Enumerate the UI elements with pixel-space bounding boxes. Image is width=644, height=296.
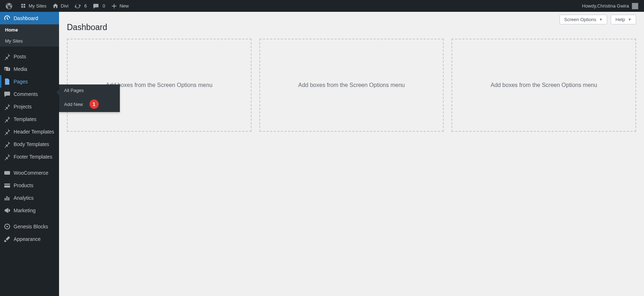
site-link[interactable]: Divi [49, 0, 72, 12]
screen-controls: Screen Options ▼ Help ▼ [560, 15, 636, 24]
sidebar-item-woocommerce[interactable]: WooCommerce [0, 166, 59, 179]
sidebar-item-label: Dashboard [14, 15, 55, 21]
screen-options-label: Screen Options [564, 17, 596, 22]
sidebar-item-label: Analytics [14, 195, 55, 201]
sidebar-item-label: Genesis Blocks [14, 224, 55, 229]
comment-icon [4, 91, 11, 98]
sidebar-sub-home[interactable]: Home [0, 24, 59, 35]
media-icon [4, 65, 11, 73]
pin-icon [4, 141, 11, 148]
avatar [632, 3, 638, 9]
chevron-down-icon: ▼ [599, 18, 602, 21]
new-content-link[interactable]: New [108, 0, 132, 12]
sidebar-item-label: Pages [14, 79, 55, 84]
sidebar-item-media[interactable]: Media [0, 63, 59, 75]
help-button[interactable]: Help ▼ [611, 15, 636, 24]
my-sites-link[interactable]: My Sites [17, 0, 49, 12]
pin-icon [4, 116, 11, 123]
genesis-icon [4, 223, 11, 230]
svg-rect-0 [4, 171, 10, 175]
products-icon [4, 182, 11, 189]
screen-options-button[interactable]: Screen Options ▼ [560, 15, 608, 24]
gauge-icon [4, 15, 11, 22]
pin-icon [4, 103, 11, 110]
sidebar-item-header-templates[interactable]: Header Templates [0, 125, 59, 138]
admin-sidebar: Dashboard Home My Sites Posts Media Page… [0, 12, 59, 296]
sidebar-item-projects[interactable]: Projects [0, 100, 59, 113]
sidebar-item-label: Media [14, 66, 55, 72]
content-area: Screen Options ▼ Help ▼ Dashboard Add bo… [59, 12, 644, 296]
sidebar-item-posts[interactable]: Posts [0, 50, 59, 63]
sidebar-item-label: Posts [14, 54, 55, 59]
wordpress-icon [6, 3, 12, 9]
sidebar-item-label: Templates [14, 116, 55, 122]
home-icon [52, 3, 59, 9]
sidebar-item-label: Projects [14, 104, 55, 110]
placeholder-text: Add boxes from the Screen Options menu [298, 82, 405, 88]
sidebar-item-comments[interactable]: Comments [0, 88, 59, 100]
admin-toolbar: My Sites Divi 6 0 New [0, 0, 644, 12]
sidebar-item-label: Marketing [14, 208, 55, 213]
pages-flyout: All Pages Add New 1 [59, 84, 120, 112]
svg-point-2 [6, 226, 8, 227]
sidebar-item-footer-templates[interactable]: Footer Templates [0, 150, 59, 163]
placeholder-text: Add boxes from the Screen Options menu [491, 82, 597, 88]
flyout-add-new[interactable]: Add New 1 [59, 96, 120, 112]
sidebar-item-templates[interactable]: Templates [0, 113, 59, 125]
chevron-down-icon: ▼ [628, 18, 631, 21]
sidebar-item-label: Products [14, 183, 55, 188]
user-name: Christina Gwira [597, 3, 629, 9]
network-icon [20, 3, 26, 9]
updates-count: 6 [84, 3, 87, 9]
page-title: Dashboard [67, 12, 636, 39]
comment-icon [93, 3, 99, 9]
sidebar-item-pages[interactable]: Pages [0, 75, 59, 88]
pin-icon [4, 128, 11, 135]
new-label: New [119, 3, 129, 9]
sidebar-item-label: Header Templates [14, 129, 55, 135]
annotation-badge: 1 [89, 100, 99, 109]
account-link[interactable]: Howdy, Christina Gwira [579, 0, 641, 12]
sidebar-item-marketing[interactable]: Marketing [0, 204, 59, 217]
howdy-prefix: Howdy, [582, 3, 597, 9]
woo-icon [4, 169, 11, 176]
pin-icon [4, 53, 11, 60]
comments-count: 0 [103, 3, 105, 9]
brush-icon [4, 236, 11, 243]
flyout-all-pages-label: All Pages [64, 88, 84, 93]
sidebar-sub-my-sites[interactable]: My Sites [0, 35, 59, 47]
placeholder-text: Add boxes from the Screen Options menu [106, 82, 213, 88]
sidebar-item-products[interactable]: Products [0, 179, 59, 191]
sidebar-item-label: WooCommerce [14, 170, 55, 176]
sidebar-item-label: Appearance [14, 236, 55, 242]
page-icon [4, 78, 11, 85]
updates-link[interactable]: 6 [72, 0, 90, 12]
sidebar-item-dashboard[interactable]: Dashboard [0, 12, 59, 24]
sidebar-item-appearance[interactable]: Appearance [0, 233, 59, 245]
help-label: Help [615, 17, 625, 22]
sidebar-item-body-templates[interactable]: Body Templates [0, 138, 59, 150]
megaphone-icon [4, 207, 11, 214]
sidebar-item-label: Footer Templates [14, 154, 55, 160]
wp-logo[interactable] [3, 0, 17, 12]
dashboard-widget-holders: Add boxes from the Screen Options menu A… [67, 39, 636, 132]
pin-icon [4, 153, 11, 160]
site-name: Divi [61, 3, 69, 9]
sidebar-item-label: Comments [14, 91, 55, 97]
my-sites-label: My Sites [29, 3, 47, 9]
sidebar-item-genesis-blocks[interactable]: Genesis Blocks [0, 220, 59, 233]
widget-placeholder: Add boxes from the Screen Options menu [259, 39, 444, 132]
comments-link[interactable]: 0 [90, 0, 108, 12]
sidebar-submenu-dashboard: Home My Sites [0, 24, 59, 47]
flyout-add-new-label: Add New [64, 102, 83, 107]
sidebar-item-analytics[interactable]: Analytics [0, 191, 59, 204]
updates-icon [74, 3, 81, 9]
widget-placeholder: Add boxes from the Screen Options menu [452, 39, 636, 132]
analytics-icon [4, 194, 11, 202]
plus-icon [111, 3, 117, 9]
flyout-all-pages[interactable]: All Pages [59, 84, 120, 96]
sidebar-item-label: Body Templates [14, 141, 55, 147]
